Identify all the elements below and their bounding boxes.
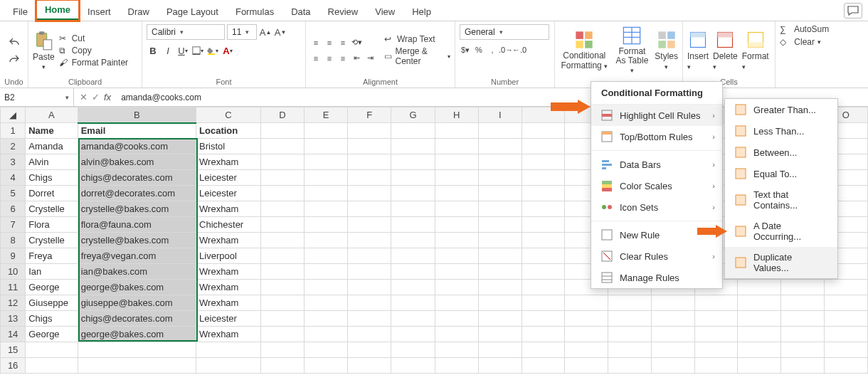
font-color-button[interactable]: A▾ — [221, 44, 234, 57]
hcr-less-than[interactable]: Less Than... — [725, 120, 837, 142]
row-header-8[interactable]: 8 — [1, 233, 26, 248]
increase-indent-button[interactable]: ⇥ — [364, 53, 376, 64]
cell-B9[interactable]: freya@vegan.com — [78, 248, 196, 264]
cell-A11[interactable]: George — [26, 280, 78, 295]
col-header-D[interactable]: D — [260, 107, 304, 123]
insert-cells-button[interactable]: Insert▾ — [687, 30, 709, 71]
col-header-C[interactable]: C — [196, 107, 261, 123]
align-right-button[interactable]: ≡ — [337, 53, 349, 64]
row-header-5[interactable]: 5 — [1, 186, 26, 201]
tab-insert[interactable]: Insert — [79, 2, 120, 21]
fx-button[interactable]: fx — [104, 92, 111, 102]
cell-B5[interactable]: dorret@decorates.com — [78, 186, 196, 201]
increase-font-button[interactable]: A▲ — [259, 26, 272, 38]
hcr-duplicate-values[interactable]: Duplicate Values... — [725, 247, 837, 278]
cell-B7[interactable]: flora@fauna.com — [78, 217, 196, 233]
row-header-6[interactable]: 6 — [1, 201, 26, 217]
row-header-14[interactable]: 14 — [1, 327, 26, 342]
cell-B3[interactable]: alvin@bakes.com — [78, 154, 196, 170]
align-left-button[interactable]: ≡ — [310, 53, 322, 64]
wrap-text-button[interactable]: ↩Wrap Text — [384, 34, 450, 44]
tab-view[interactable]: View — [366, 2, 403, 21]
copy-button[interactable]: ⧉Copy — [59, 46, 128, 56]
fill-color-button[interactable]: ▾ — [206, 44, 219, 57]
select-all-corner[interactable]: ◢ — [1, 107, 26, 123]
hcr-equal-to[interactable]: Equal To... — [725, 163, 837, 184]
number-format-select[interactable]: General▾ — [460, 24, 549, 40]
cell-B1[interactable]: Email — [78, 123, 196, 139]
font-size-select[interactable]: 11▾ — [227, 24, 257, 40]
format-as-table-button[interactable]: Format As Table ▾ — [614, 26, 651, 75]
delete-cells-button[interactable]: Delete▾ — [713, 30, 738, 71]
cell-B8[interactable]: crystelle@bakes.com — [78, 233, 196, 248]
col-header-B[interactable]: B — [78, 107, 196, 123]
cell-C11[interactable]: Wrexham — [196, 280, 261, 295]
currency-button[interactable]: $▾ — [460, 44, 471, 56]
row-header-2[interactable]: 2 — [1, 139, 26, 154]
cell-A5[interactable]: Dorret — [26, 186, 78, 201]
align-bottom-button[interactable]: ≡ — [337, 37, 349, 48]
row-header-1[interactable]: 1 — [1, 123, 26, 139]
cell-A12[interactable]: Giuseppe — [26, 295, 78, 311]
cell-styles-button[interactable]: Styles▾ — [655, 30, 678, 71]
comma-button[interactable]: , — [487, 44, 498, 56]
merge-center-button[interactable]: ▭Merge & Center ▾ — [384, 46, 450, 66]
cell-C2[interactable]: Bristol — [196, 139, 261, 154]
row-header-4[interactable]: 4 — [1, 170, 26, 186]
underline-button[interactable]: U▾ — [176, 44, 189, 57]
col-header-G[interactable]: G — [391, 107, 435, 123]
tab-page-layout[interactable]: Page Layout — [158, 2, 227, 21]
cell-A2[interactable]: Amanda — [26, 139, 78, 154]
cell-A13[interactable]: Chigs — [26, 311, 78, 327]
decrease-font-button[interactable]: A▼ — [274, 26, 287, 38]
autosum-button[interactable]: ∑ AutoSum — [780, 24, 829, 34]
cell-B4[interactable]: chigs@decorates.com — [78, 170, 196, 186]
cut-button[interactable]: ✂Cut — [59, 33, 128, 43]
tab-formulas[interactable]: Formulas — [227, 2, 282, 21]
cell-A1[interactable]: Name — [26, 123, 78, 139]
cell-B6[interactable]: crystelle@bakes.com — [78, 201, 196, 217]
align-middle-button[interactable]: ≡ — [324, 37, 335, 48]
enter-formula-button[interactable]: ✓ — [92, 92, 100, 102]
row-header-16[interactable]: 16 — [1, 358, 26, 374]
cf-clear-rules[interactable]: Clear Rules› — [591, 246, 722, 267]
decrease-decimal-button[interactable]: ←.0 — [514, 44, 525, 56]
comments-button[interactable] — [844, 3, 862, 19]
cf-top-bottom-rules[interactable]: Top/Bottom Rules› — [591, 126, 722, 147]
row-header-11[interactable]: 11 — [1, 280, 26, 295]
col-header-A[interactable]: A — [26, 107, 78, 123]
row-header-12[interactable]: 12 — [1, 295, 26, 311]
cell-A14[interactable]: George — [26, 327, 78, 342]
cf-icon-sets[interactable]: Icon Sets› — [591, 196, 722, 218]
tab-review[interactable]: Review — [319, 2, 367, 21]
cell-B13[interactable]: chigs@decorates.com — [78, 311, 196, 327]
cell-A7[interactable]: Flora — [26, 217, 78, 233]
redo-button[interactable] — [8, 53, 21, 65]
hcr-text-contains[interactable]: Text that Contains... — [725, 184, 837, 216]
align-center-button[interactable]: ≡ — [324, 53, 335, 64]
row-header-10[interactable]: 10 — [1, 264, 26, 280]
cell-C13[interactable]: Leicester — [196, 311, 261, 327]
cell-C6[interactable]: Wrexham — [196, 201, 261, 217]
cell-A10[interactable]: Ian — [26, 264, 78, 280]
tab-draw[interactable]: Draw — [120, 2, 158, 21]
conditional-formatting-button[interactable]: Conditional Formatting ▾ — [559, 30, 610, 70]
cell-B14[interactable]: george@bakes.com — [78, 327, 196, 342]
tab-data[interactable]: Data — [282, 2, 319, 21]
tab-file[interactable]: File — [4, 2, 36, 21]
cell-A4[interactable]: Chigs — [26, 170, 78, 186]
cell-B12[interactable]: giuseppe@bakes.com — [78, 295, 196, 311]
row-header-3[interactable]: 3 — [1, 154, 26, 170]
format-painter-button[interactable]: 🖌Format Painter — [59, 58, 128, 68]
undo-button[interactable] — [8, 36, 21, 48]
cell-A8[interactable]: Crystelle — [26, 233, 78, 248]
cell-C7[interactable]: Chichester — [196, 217, 261, 233]
paste-button[interactable]: Paste ▾ — [33, 31, 55, 70]
orientation-button[interactable]: ⟲▾ — [351, 37, 362, 48]
hcr-greater-than[interactable]: Greater Than... — [725, 99, 837, 120]
cell-C14[interactable]: Wrexham — [196, 327, 261, 342]
percent-button[interactable]: % — [473, 44, 485, 56]
cell-C3[interactable]: Wrexham — [196, 154, 261, 170]
border-button[interactable]: ▾ — [191, 44, 204, 57]
cell-C8[interactable]: Wrexham — [196, 233, 261, 248]
